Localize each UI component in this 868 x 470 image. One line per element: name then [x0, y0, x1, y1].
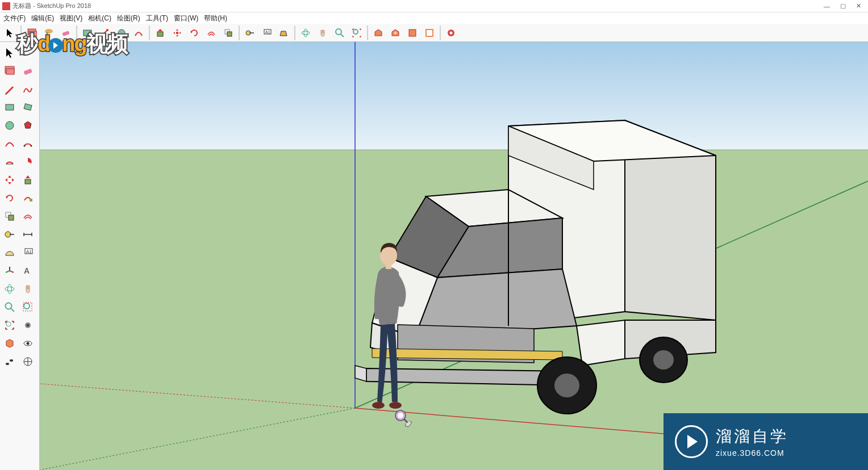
- svg-point-42: [24, 303, 30, 309]
- wm-line1: 溜溜自学: [716, 426, 788, 447]
- menu-help[interactable]: 帮助(H): [202, 12, 229, 24]
- menu-draw[interactable]: 绘图(R): [115, 12, 143, 24]
- lt-orbit[interactable]: [1, 280, 18, 297]
- menu-file[interactable]: 文件(F): [1, 12, 28, 24]
- tool-move[interactable]: [169, 25, 185, 41]
- svg-point-46: [27, 324, 29, 326]
- separator: [20, 26, 22, 40]
- lt-text[interactable]: A1: [19, 244, 36, 261]
- tool-line[interactable]: [97, 25, 112, 41]
- lt-eraser[interactable]: [19, 62, 36, 79]
- svg-point-30: [31, 145, 32, 147]
- svg-rect-26: [24, 104, 32, 111]
- watermark-bottom: 溜溜自学 zixue.3D66.COM: [663, 413, 868, 470]
- window-controls: — ▢ ✕: [824, 2, 866, 10]
- lt-material[interactable]: [1, 62, 18, 79]
- left-toolbar: A1 A: [0, 42, 40, 470]
- window-title: 无标题 - SketchUp Pro 2018: [12, 2, 91, 10]
- lt-rotated-rect[interactable]: [19, 99, 36, 116]
- lt-position-camera[interactable]: [19, 353, 36, 370]
- svg-marker-28: [24, 121, 31, 128]
- lt-select[interactable]: [1, 44, 18, 61]
- lt-polygon[interactable]: [19, 117, 36, 134]
- tool-arc[interactable]: [131, 25, 147, 41]
- svg-point-44: [6, 322, 11, 326]
- lt-walk[interactable]: [1, 353, 18, 370]
- svg-point-77: [653, 350, 674, 370]
- tool-select[interactable]: [2, 25, 18, 41]
- lt-freehand[interactable]: [19, 81, 36, 98]
- lt-arc[interactable]: [1, 135, 18, 152]
- lt-protractor[interactable]: [1, 244, 18, 261]
- lt-pencil[interactable]: [1, 81, 18, 98]
- menu-view[interactable]: 视图(V): [57, 12, 85, 24]
- tool-3dwarehouse[interactable]: [370, 25, 386, 41]
- tool-extension-mgr[interactable]: [443, 25, 459, 41]
- watermark-bottom-text: 溜溜自学 zixue.3D66.COM: [716, 426, 788, 458]
- menu-tools[interactable]: 工具(T): [144, 12, 170, 24]
- lt-zoom-window[interactable]: [19, 299, 36, 316]
- svg-point-21: [450, 31, 453, 34]
- wm-line2: zixue.3D66.COM: [716, 448, 788, 458]
- lt-pan[interactable]: [19, 280, 36, 297]
- menu-edit[interactable]: 编辑(E): [29, 12, 56, 24]
- tool-paint[interactable]: [41, 25, 57, 41]
- lt-look-around[interactable]: [19, 335, 36, 352]
- lt-section[interactable]: [1, 335, 18, 352]
- lt-pie2[interactable]: [19, 153, 36, 170]
- viewport[interactable]: [40, 42, 868, 470]
- tool-bucket[interactable]: [276, 25, 292, 41]
- lt-circle[interactable]: [1, 117, 18, 134]
- tool-layout[interactable]: [422, 25, 437, 41]
- lt-pushpull[interactable]: [19, 171, 36, 188]
- svg-point-51: [10, 359, 13, 362]
- separator: [367, 26, 368, 40]
- tool-orbit[interactable]: [298, 25, 314, 41]
- lt-zoom[interactable]: [1, 299, 18, 316]
- svg-point-41: [6, 303, 12, 309]
- menu-bar: 文件(F) 编辑(E) 视图(V) 相机(C) 绘图(R) 工具(T) 窗口(W…: [0, 12, 868, 24]
- lt-look[interactable]: [19, 317, 36, 334]
- svg-point-14: [302, 31, 310, 35]
- menu-window[interactable]: 窗口(W): [172, 12, 201, 24]
- tool-zoom-extents[interactable]: [349, 25, 365, 41]
- tool-make-component[interactable]: [24, 25, 40, 41]
- tool-pan[interactable]: [315, 25, 331, 41]
- lt-3dtext[interactable]: A: [19, 262, 36, 279]
- tool-tape[interactable]: [242, 25, 258, 41]
- maximize-button[interactable]: ▢: [840, 2, 846, 10]
- tool-zoom[interactable]: [332, 25, 348, 41]
- lt-rotate[interactable]: [1, 190, 18, 207]
- lt-dimension[interactable]: [19, 226, 36, 243]
- svg-rect-8: [176, 32, 178, 34]
- tool-rectangle[interactable]: [80, 25, 95, 41]
- lt-offset[interactable]: [19, 208, 36, 225]
- lt-followme[interactable]: [19, 190, 36, 207]
- title-bar-left: 无标题 - SketchUp Pro 2018: [2, 2, 91, 10]
- lt-tape[interactable]: [1, 226, 18, 243]
- tool-offset[interactable]: [203, 25, 219, 41]
- menu-camera[interactable]: 相机(C): [86, 12, 114, 24]
- tool-circle[interactable]: [114, 25, 130, 41]
- lt-arc2[interactable]: [19, 135, 36, 152]
- lt-move[interactable]: [1, 171, 18, 188]
- lt-prev-view[interactable]: [1, 317, 18, 334]
- lt-rectangle[interactable]: [1, 99, 18, 116]
- lt-scale[interactable]: [1, 208, 18, 225]
- tool-pushpull[interactable]: [152, 25, 168, 41]
- tool-rotate[interactable]: [186, 25, 202, 41]
- tool-text[interactable]: A1: [259, 25, 275, 41]
- svg-point-79: [554, 374, 579, 397]
- tool-eraser[interactable]: [58, 25, 74, 41]
- separator: [294, 26, 295, 40]
- svg-point-86: [398, 413, 403, 418]
- close-button[interactable]: ✕: [856, 2, 861, 10]
- tool-ext-warehouse[interactable]: [404, 25, 420, 41]
- tool-send-warehouse[interactable]: [387, 25, 403, 41]
- lt-axes[interactable]: [1, 262, 18, 279]
- tool-scale[interactable]: [220, 25, 236, 41]
- svg-rect-7: [157, 32, 163, 36]
- svg-text:A: A: [24, 266, 30, 275]
- minimize-button[interactable]: —: [824, 3, 830, 10]
- lt-pie[interactable]: [1, 153, 18, 170]
